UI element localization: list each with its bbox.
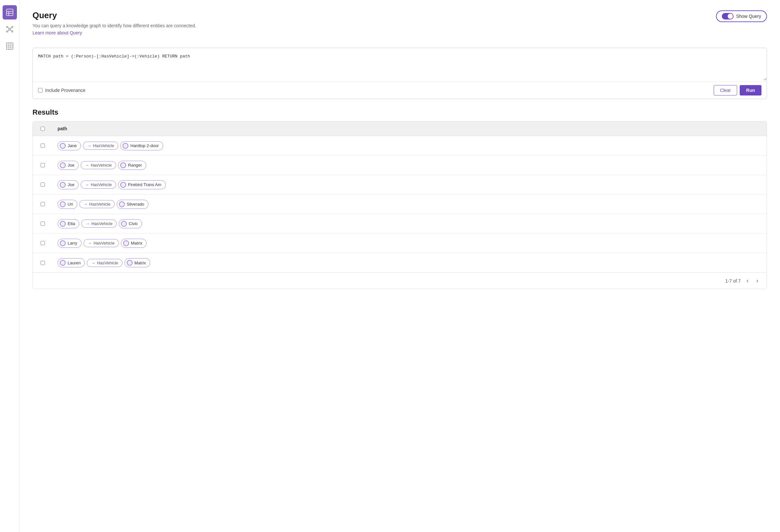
show-query-label: Show Query [736,14,761,19]
node-label: Matrix [135,261,146,265]
include-provenance-label[interactable]: Include Provenance [38,88,86,93]
row-path-cell: Etta→HasVehicleCivic [52,215,767,232]
node-label: Silverado [127,202,144,207]
edge-label: HasVehicle [91,221,112,226]
row-checkbox[interactable] [41,241,45,245]
row-checkbox[interactable] [41,261,45,265]
node-label: Uri [67,202,73,207]
query-footer: Include Provenance Clear Run [33,82,767,99]
table-header: path [33,121,767,136]
node-label: Firebird Trans Am [128,182,161,187]
path-edge: →HasVehicle [79,200,115,208]
include-provenance-checkbox[interactable] [38,88,43,93]
node-label: Etta [67,221,75,226]
svg-point-5 [6,26,8,28]
learn-more-link[interactable]: Learn more about Query [33,30,82,36]
page-title: Query [33,10,196,20]
query-textarea[interactable] [33,48,767,81]
header-row: Query You can query a knowledge graph to… [33,10,767,42]
include-provenance-text: Include Provenance [45,88,86,93]
table-row: Joe→HasVehicleRanger [33,156,767,175]
svg-point-7 [6,31,8,32]
table-row: Larry→HasVehicleMatrix [33,233,767,253]
path-node: Ranger [118,161,146,170]
run-button[interactable]: Run [740,85,762,96]
path-node: Matrix [125,258,150,267]
clear-button[interactable]: Clear [714,85,737,96]
path-node: Jane [57,141,81,150]
node-circle-icon [123,143,128,149]
row-checkbox-cell [33,217,52,230]
path-node: Larry [57,239,82,248]
row-path-cell: Uri→HasVehicleSilverado [52,196,767,213]
table-row: Uri→HasVehicleSilverado [33,195,767,214]
page-subtitle: You can query a knowledge graph to ident… [33,23,196,28]
node-circle-icon [60,221,66,227]
table-row: Lauren→HasVehicleMatrix [33,253,767,272]
row-checkbox[interactable] [41,221,45,226]
path-edge: →HasVehicle [83,142,118,150]
sidebar-item-graph[interactable] [3,22,17,36]
main-content: Query You can query a knowledge graph to… [19,0,780,532]
row-path-cell: Lauren→HasVehicleMatrix [52,254,767,271]
row-path-cell: Joe→HasVehicleFirebird Trans Am [52,176,767,193]
row-checkbox[interactable] [41,163,45,167]
select-all-checkbox[interactable] [41,127,45,131]
path-node: Lauren [57,258,85,267]
path-column-header: path [52,121,767,136]
path-node: Etta [57,219,79,228]
table-body: Jane→HasVehicleHardtop 2-doorJoe→HasVehi… [33,136,767,272]
path-edge: →HasVehicle [81,220,117,228]
row-checkbox-cell [33,178,52,191]
table-row: Etta→HasVehicleCivic [33,214,767,233]
btn-group: Clear Run [714,85,762,96]
svg-rect-13 [6,43,13,49]
path-node: Uri [57,200,77,209]
node-circle-icon [120,162,126,168]
svg-line-9 [8,27,9,29]
path-edge: →HasVehicle [84,239,119,247]
node-circle-icon [121,221,127,227]
svg-rect-0 [6,9,13,15]
path-edge: →HasVehicle [87,259,122,267]
node-label: Joe [67,163,75,168]
header-checkbox-cell [33,121,52,136]
node-circle-icon [60,241,66,246]
node-label: Ranger [128,163,142,168]
node-circle-icon [123,241,129,246]
node-circle-icon [60,201,66,207]
edge-label: HasVehicle [89,202,110,207]
path-edge: →HasVehicle [81,161,116,169]
path-node: Joe [57,180,79,189]
sidebar-item-table[interactable] [3,5,17,19]
row-checkbox[interactable] [41,182,45,187]
node-circle-icon [119,201,125,207]
row-path-cell: Joe→HasVehicleRanger [52,157,767,174]
arrow-icon: → [85,163,89,168]
row-checkbox-cell [33,236,52,250]
table-footer: 1-7 of 7 ‹ › [33,272,767,289]
row-checkbox-cell [33,256,52,270]
edge-label: HasVehicle [97,261,118,265]
table-row: Joe→HasVehicleFirebird Trans Am [33,175,767,195]
header-left: Query You can query a knowledge graph to… [33,10,196,42]
row-checkbox-cell [33,159,52,172]
show-query-toggle[interactable]: Show Query [716,10,767,22]
app-layout: Query You can query a knowledge graph to… [0,0,780,532]
node-label: Hardtop 2-door [130,143,159,148]
row-checkbox[interactable] [41,144,45,148]
arrow-icon: → [84,202,88,207]
table-row: Jane→HasVehicleHardtop 2-door [33,136,767,156]
row-path-cell: Jane→HasVehicleHardtop 2-door [52,138,767,154]
row-checkbox[interactable] [41,202,45,206]
arrow-icon: → [91,261,95,265]
edge-label: HasVehicle [93,143,114,148]
sidebar-item-chart[interactable] [3,39,17,53]
svg-point-8 [12,31,13,32]
pagination-next-button[interactable]: › [754,277,760,285]
toggle-switch-icon [722,13,734,19]
path-edge: →HasVehicle [81,180,116,189]
node-circle-icon [60,143,66,149]
pagination-prev-button[interactable]: ‹ [744,277,750,285]
node-circle-icon [120,182,126,188]
